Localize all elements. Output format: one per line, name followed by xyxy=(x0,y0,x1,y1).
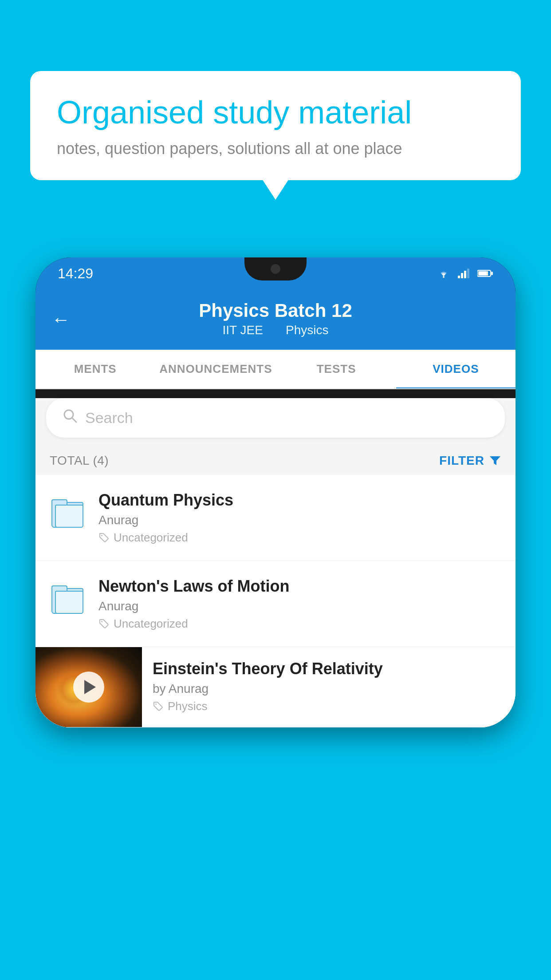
tag-icon xyxy=(98,532,110,544)
wifi-icon xyxy=(437,268,451,279)
folder-icon xyxy=(51,580,83,614)
speech-bubble-title: Organised study material xyxy=(57,93,494,131)
tag-label: Physics xyxy=(168,699,208,713)
play-button[interactable] xyxy=(73,672,104,703)
tag-icon xyxy=(98,618,110,630)
svg-point-0 xyxy=(443,276,445,278)
video-tag: Physics xyxy=(153,699,505,713)
item-icon-quantum xyxy=(50,491,85,531)
list-item[interactable]: Quantum Physics Anurag Uncategorized xyxy=(35,475,516,561)
svg-marker-10 xyxy=(490,456,500,465)
item-author: Anurag xyxy=(98,513,501,527)
item-text-quantum: Quantum Physics Anurag Uncategorized xyxy=(98,491,501,545)
filter-row: TOTAL (4) FILTER xyxy=(35,447,516,475)
phone-body: 14:29 xyxy=(35,257,516,727)
search-placeholder: Search xyxy=(85,409,133,427)
status-bar: 14:29 xyxy=(35,257,516,289)
svg-line-9 xyxy=(72,418,76,422)
signal-icon xyxy=(458,269,470,278)
back-button[interactable]: ← xyxy=(51,309,70,330)
filter-button[interactable]: FILTER xyxy=(439,454,501,468)
tab-tests[interactable]: TESTS xyxy=(276,350,396,388)
header-subtitle-right: Physics xyxy=(286,323,328,337)
tag-icon xyxy=(153,701,164,712)
content-area: Search TOTAL (4) FILTER xyxy=(35,398,516,727)
video-title: Einstein's Theory Of Relativity xyxy=(153,660,505,678)
video-text-einstein: Einstein's Theory Of Relativity by Anura… xyxy=(142,647,516,726)
camera xyxy=(271,264,280,274)
svg-point-12 xyxy=(101,621,102,622)
tab-ments[interactable]: MENTS xyxy=(35,350,155,388)
folder-icon xyxy=(51,494,83,528)
svg-rect-1 xyxy=(458,276,460,278)
speech-bubble: Organised study material notes, question… xyxy=(30,71,521,180)
header-title: Physics Batch 12 xyxy=(53,300,498,321)
filter-label: FILTER xyxy=(439,454,484,468)
item-tag: Uncategorized xyxy=(98,531,501,545)
header-subtitle: IIT JEE Physics xyxy=(53,323,498,337)
search-icon xyxy=(62,408,78,428)
list-container: Quantum Physics Anurag Uncategorized xyxy=(35,475,516,727)
status-icons xyxy=(437,268,493,279)
play-triangle-icon xyxy=(84,680,96,694)
tab-videos[interactable]: VIDEOS xyxy=(396,350,516,388)
tag-label: Uncategorized xyxy=(114,617,188,631)
svg-rect-6 xyxy=(478,271,488,276)
list-item[interactable]: Newton's Laws of Motion Anurag Uncategor… xyxy=(35,561,516,647)
speech-bubble-subtitle: notes, question papers, solutions all at… xyxy=(57,139,494,158)
svg-rect-3 xyxy=(464,271,466,278)
item-icon-newton xyxy=(50,577,85,617)
app-header: ← Physics Batch 12 IIT JEE Physics xyxy=(35,289,516,350)
status-time: 14:29 xyxy=(58,265,93,282)
phone: 14:29 xyxy=(35,257,516,980)
svg-rect-7 xyxy=(491,272,493,275)
header-subtitle-left: IIT JEE xyxy=(223,323,263,337)
list-item-video[interactable]: Einstein's Theory Of Relativity by Anura… xyxy=(35,647,516,727)
video-thumbnail xyxy=(35,647,142,727)
tab-announcements[interactable]: ANNOUNCEMENTS xyxy=(155,350,276,388)
svg-point-11 xyxy=(101,535,102,536)
video-author: by Anurag xyxy=(153,682,505,696)
filter-icon xyxy=(489,454,501,467)
search-bar[interactable]: Search xyxy=(46,398,505,438)
battery-icon xyxy=(477,269,493,277)
item-title: Newton's Laws of Motion xyxy=(98,577,501,596)
item-text-newton: Newton's Laws of Motion Anurag Uncategor… xyxy=(98,577,501,631)
notch xyxy=(244,257,307,281)
svg-rect-4 xyxy=(467,269,469,278)
item-title: Quantum Physics xyxy=(98,491,501,510)
item-tag: Uncategorized xyxy=(98,617,501,631)
item-author: Anurag xyxy=(98,599,501,613)
svg-rect-2 xyxy=(461,273,463,278)
total-label: TOTAL (4) xyxy=(50,454,109,468)
tabs-bar: MENTS ANNOUNCEMENTS TESTS VIDEOS xyxy=(35,350,516,389)
tag-label: Uncategorized xyxy=(114,531,188,545)
svg-point-13 xyxy=(155,703,157,705)
